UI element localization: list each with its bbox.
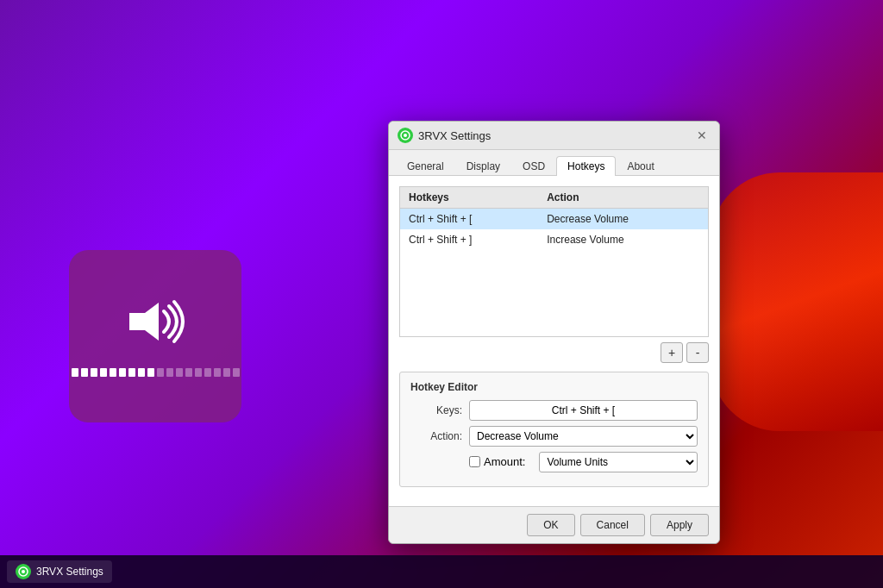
dialog-titlebar: 3RVX Settings ✕ — [389, 122, 719, 150]
app-icon — [398, 128, 413, 143]
volume-osd-widget — [69, 250, 241, 422]
keys-label: Keys: — [410, 404, 462, 416]
tab-general[interactable]: General — [396, 156, 455, 176]
bar-12 — [176, 368, 183, 377]
bar-2 — [81, 368, 88, 377]
dialog-title: 3RVX Settings — [418, 129, 491, 142]
cancel-button[interactable]: Cancel — [580, 514, 645, 536]
bar-1 — [72, 368, 78, 377]
action-select[interactable]: Decrease Volume Increase Volume Mute Eje… — [469, 426, 698, 447]
add-hotkey-button[interactable]: + — [661, 342, 683, 363]
action-cell: Decrease Volume — [538, 209, 708, 230]
dialog-footer: OK Cancel Apply — [389, 506, 719, 543]
tab-osd[interactable]: OSD — [511, 156, 556, 176]
tab-display[interactable]: Display — [455, 156, 511, 176]
apply-button[interactable]: Apply — [650, 514, 709, 536]
amount-checkbox[interactable] — [469, 456, 480, 467]
action-cell: Increase Volume — [538, 229, 708, 250]
bar-14 — [195, 368, 202, 377]
action-label: Action: — [410, 430, 462, 442]
amount-row: Amount: Volume Units Percent — [410, 452, 698, 472]
bar-6 — [119, 368, 126, 377]
bar-18 — [233, 368, 240, 377]
hotkey-cell: Ctrl + Shift + [ — [400, 209, 539, 230]
hotkey-editor: Hotkey Editor Keys: Action: Decrease Vol… — [399, 372, 709, 487]
taskbar-item-settings[interactable]: 3RVX Settings — [7, 560, 112, 583]
bar-15 — [204, 368, 211, 377]
volume-icon — [121, 296, 190, 356]
amount-label: Amount: — [484, 455, 525, 468]
tab-bar: General Display OSD Hotkeys About — [389, 150, 719, 176]
taskbar-app-icon — [16, 564, 31, 579]
table-empty-row — [400, 250, 709, 336]
table-actions: + - — [399, 342, 709, 363]
volume-bars — [72, 368, 240, 377]
bar-5 — [110, 368, 116, 377]
keys-row: Keys: — [410, 400, 698, 421]
settings-dialog: 3RVX Settings ✕ General Display OSD Hotk… — [388, 121, 720, 544]
col-action: Action — [538, 187, 708, 209]
table-row[interactable]: Ctrl + Shift + ] Increase Volume — [400, 229, 709, 250]
bar-17 — [223, 368, 230, 377]
bar-13 — [185, 368, 192, 377]
bar-7 — [128, 368, 135, 377]
tab-hotkeys[interactable]: Hotkeys — [556, 156, 616, 176]
col-hotkeys: Hotkeys — [400, 187, 539, 209]
ok-button[interactable]: OK — [527, 514, 574, 536]
taskbar-item-label: 3RVX Settings — [36, 566, 103, 578]
bar-11 — [166, 368, 173, 377]
bar-4 — [100, 368, 107, 377]
svg-point-2 — [404, 134, 407, 137]
bg-stripe — [711, 172, 883, 431]
keys-input[interactable] — [469, 400, 698, 421]
taskbar: 3RVX Settings — [0, 555, 883, 588]
bar-16 — [214, 368, 221, 377]
svg-marker-0 — [129, 303, 159, 341]
hotkey-cell: Ctrl + Shift + ] — [400, 229, 539, 250]
bar-8 — [138, 368, 145, 377]
editor-title: Hotkey Editor — [410, 381, 698, 393]
dialog-main-content: Hotkeys Action Ctrl + Shift + [ Decrease… — [389, 176, 719, 506]
dialog-title-left: 3RVX Settings — [398, 128, 491, 143]
close-button[interactable]: ✕ — [693, 127, 711, 144]
amount-units-select[interactable]: Volume Units Percent — [539, 452, 698, 472]
hotkeys-table: Hotkeys Action Ctrl + Shift + [ Decrease… — [399, 186, 709, 337]
bar-9 — [147, 368, 154, 377]
remove-hotkey-button[interactable]: - — [686, 342, 709, 363]
table-row[interactable]: Ctrl + Shift + [ Decrease Volume — [400, 209, 709, 230]
tab-about[interactable]: About — [616, 156, 665, 176]
amount-checkbox-group: Amount: — [469, 455, 525, 468]
svg-point-4 — [22, 570, 25, 573]
action-row: Action: Decrease Volume Increase Volume … — [410, 426, 698, 447]
bar-10 — [157, 368, 164, 377]
bar-3 — [91, 368, 97, 377]
